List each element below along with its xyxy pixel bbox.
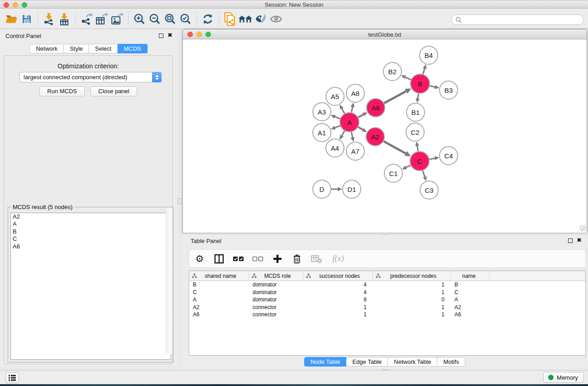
table-cell[interactable]: 1 [373,304,451,311]
graph-node-A6[interactable]: A6 [367,99,385,117]
table-cell[interactable]: B [451,281,489,289]
result-item[interactable]: A [11,220,171,228]
table-cell[interactable]: 1 [303,304,373,311]
table-cell[interactable]: C [189,289,249,296]
table-cell[interactable]: dominator [249,281,303,289]
table-cell[interactable]: A2 [189,304,249,311]
graph-node-A4[interactable]: A4 [326,139,344,157]
show-details-icon[interactable] [268,11,284,27]
search-field[interactable] [451,14,584,25]
open-file-icon[interactable] [4,11,19,27]
table-cell[interactable]: dominator [249,296,303,304]
edge-A6-B[interactable] [384,91,406,103]
table-cell[interactable]: A2 [451,304,489,311]
edge-A-A5[interactable] [342,109,344,114]
table-cell[interactable]: 0 [373,296,451,304]
column-header-predecessor-nodes[interactable]: predecessor nodes [373,271,451,281]
edge-A-A4[interactable] [342,131,344,136]
graph-node-B1[interactable]: B1 [406,103,425,121]
column-header-MCDS-role[interactable]: MCDS role [249,271,303,281]
table-cell[interactable]: 1 [373,311,451,319]
edge-A-A7[interactable] [351,132,352,138]
export-image-icon[interactable] [110,11,125,27]
table-cell[interactable]: A6 [451,311,489,319]
new-network-from-selection-icon[interactable] [222,11,238,27]
column-header-successor-nodes[interactable]: successor nodes [303,271,373,281]
zoom-in-icon[interactable] [132,11,147,27]
column-header-shared-name[interactable]: shared name [189,271,249,281]
graph-node-A7[interactable]: A7 [346,142,364,160]
search-input[interactable] [464,16,580,23]
network-canvas[interactable]: B4B2BB3A8A5A6A3B1AA1C2A2A4A7C4CC1C3DD1 [183,40,587,233]
graph-node-A1[interactable]: A1 [313,124,331,142]
result-list-scrollbar[interactable] [166,208,172,354]
graph-node-B2[interactable]: B2 [383,62,402,81]
graph-node-D[interactable]: D [313,180,331,198]
edge-A-A8[interactable] [351,107,352,112]
table-row[interactable]: A6connector11A6 [189,311,585,319]
export-network-icon[interactable] [79,11,94,27]
run-mcds-button[interactable]: Run MCDS [39,86,85,96]
table-cell[interactable]: 4 [303,281,373,289]
edge-A-A6[interactable] [358,114,363,117]
create-column-icon[interactable] [272,253,283,265]
graph-node-C3[interactable]: C3 [420,181,438,199]
result-item[interactable]: B [11,228,171,235]
edge-B-B1[interactable] [418,94,419,99]
table-row[interactable]: Bdominator41B [189,281,585,289]
table-cell[interactable]: A [189,296,249,304]
graph-node-B3[interactable]: B3 [440,81,458,99]
split-divider-handle[interactable] [177,198,182,204]
graph-node-A5[interactable]: A5 [326,87,344,105]
import-table-icon[interactable] [57,11,72,27]
table-options-icon[interactable]: ⚙ [194,253,206,265]
table-cell[interactable]: connector [249,304,303,311]
table-cell[interactable]: 4 [303,289,373,296]
tab-motifs[interactable]: Motifs [437,357,465,367]
table-row[interactable]: Adominator80A [189,296,585,304]
show-column-icon[interactable] [213,253,225,265]
edge-A-A2[interactable] [358,127,363,130]
graph-node-B[interactable]: B [411,74,430,93]
edge-C-C2[interactable] [417,146,418,152]
table-cell[interactable]: 8 [303,296,373,304]
table-cell[interactable]: 1 [373,281,451,289]
select-all-icon[interactable] [233,253,244,265]
tab-network-table[interactable]: Network Table [388,357,437,367]
zoom-out-icon[interactable] [147,11,163,27]
deselect-all-icon[interactable] [252,253,264,265]
save-session-icon[interactable] [19,11,34,27]
table-cell[interactable]: 1 [303,311,373,319]
close-table-panel-icon[interactable]: ✖ [577,237,582,243]
graph-node-A8[interactable]: A8 [346,84,364,102]
graph-node-B4[interactable]: B4 [420,46,438,64]
edge-A-A3[interactable] [335,117,340,119]
refresh-icon[interactable] [200,11,215,27]
criterion-dropdown[interactable]: largest connected component (directed) [19,72,162,82]
graph-node-D1[interactable]: D1 [343,180,361,198]
table-cell[interactable]: C [451,289,489,296]
import-network-icon[interactable] [41,11,57,27]
float-table-panel-icon[interactable] [568,238,573,243]
graph-node-C[interactable]: C [410,152,429,171]
edge-B-B4[interactable] [423,69,425,74]
column-header-name[interactable]: name [451,271,489,281]
graph-node-A3[interactable]: A3 [313,103,331,121]
export-table-icon[interactable] [94,11,110,27]
tab-style[interactable]: Style [64,44,89,53]
window-resize-grip[interactable] [579,225,586,231]
zoom-fit-icon[interactable] [163,11,178,27]
edge-B-B2[interactable] [405,77,411,80]
graph-node-C2[interactable]: C2 [406,123,424,141]
result-item[interactable]: A2 [11,213,171,220]
close-panel-icon[interactable]: ✖ [167,32,172,38]
mcds-result-list[interactable]: A2ABCA6 [10,213,171,360]
graph-node-C1[interactable]: C1 [384,164,402,182]
tab-select[interactable]: Select [89,44,118,53]
function-builder-icon[interactable]: f(x) [330,253,346,265]
edge-A2-C[interactable] [383,141,406,153]
delete-column-icon[interactable] [291,253,303,265]
zoom-selected-icon[interactable] [178,11,193,27]
table-cell[interactable]: 1 [373,289,451,296]
graph-node-C4[interactable]: C4 [440,147,458,165]
